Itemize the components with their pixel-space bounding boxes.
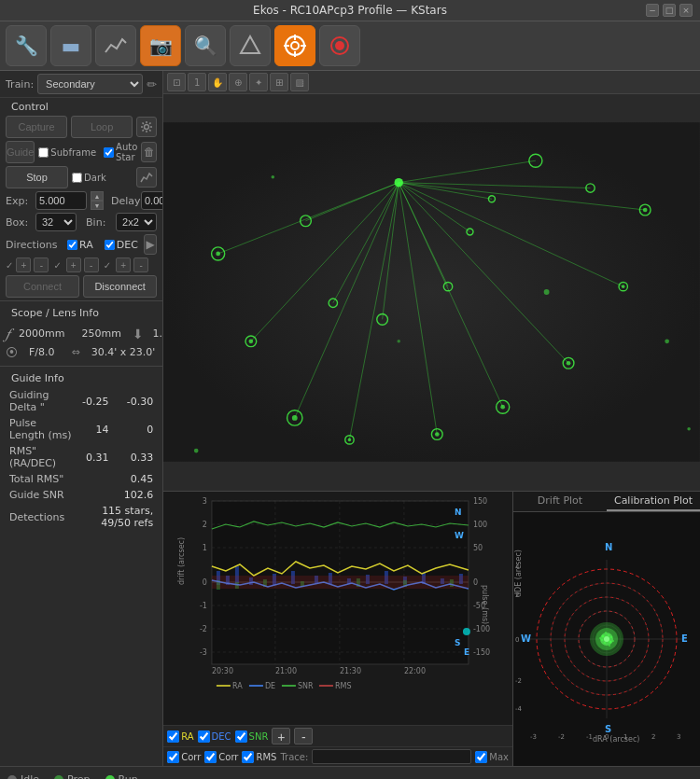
exp-spinner[interactable]: ▲ ▼ (91, 191, 104, 210)
svg-text:22:00: 22:00 (404, 667, 426, 675)
max-check[interactable]: Max (475, 751, 509, 763)
pan-btn[interactable]: ✋ (208, 73, 227, 91)
graph-icon[interactable] (136, 167, 157, 188)
exp-down[interactable]: ▼ (91, 201, 104, 210)
svg-rect-10 (163, 122, 700, 462)
fnumber-icon: ⦿ (6, 345, 18, 359)
guide-button[interactable]: Guide (6, 141, 35, 163)
plus-btn-1[interactable]: + (16, 257, 31, 272)
tool-focus[interactable]: 🔍 (185, 25, 226, 66)
zoom-fit-btn[interactable]: ⊡ (167, 73, 186, 91)
plus-btn-2[interactable]: + (66, 257, 81, 272)
ra-check[interactable]: RA (167, 730, 193, 743)
minus-btn-3[interactable]: - (133, 257, 148, 272)
svg-point-56 (194, 449, 199, 453)
graph-plus-btn[interactable]: + (272, 728, 290, 744)
svg-point-152 (599, 637, 601, 639)
train-label: Train: (6, 78, 34, 90)
zoom-1-btn[interactable]: 1 (188, 73, 206, 91)
box-label: Box: (6, 216, 32, 229)
subframe-checkbox[interactable]: Subframe (38, 147, 96, 158)
tool-camera[interactable]: 📷 (140, 25, 181, 66)
loop-button[interactable]: Loop (71, 116, 133, 138)
autostar-checkbox[interactable]: Auto Star (104, 142, 137, 162)
magnification-value: 1.00x (153, 327, 164, 340)
connect-button[interactable]: Connect (6, 275, 79, 298)
sep1: ✓ (53, 260, 61, 271)
ra-direction-check[interactable]: RA (67, 239, 93, 251)
tool-record[interactable] (319, 25, 360, 66)
bin-select[interactable]: 2x2 (116, 213, 157, 231)
svg-text:2: 2 (515, 591, 519, 599)
svg-text:S: S (455, 638, 460, 647)
tool-guide[interactable] (274, 25, 315, 66)
rms-check2[interactable]: RMS (242, 751, 276, 763)
snr-check[interactable]: SNR (235, 730, 269, 743)
scope-section: Scope / Lens Info 𝑓 2000mm 250mm ⬇ 1.00x… (0, 300, 162, 366)
close-btn[interactable]: × (679, 4, 693, 17)
rms-label: RMS" (RA/DEC) (7, 444, 75, 470)
svg-point-55 (665, 339, 669, 343)
capture-button[interactable]: Capture (6, 116, 67, 138)
control-label: Control (6, 99, 54, 115)
directions-label: Directions (6, 239, 62, 251)
stars-btn[interactable]: ✦ (249, 73, 268, 91)
dec-check[interactable]: DEC (198, 730, 231, 743)
titlebar: Ekos - RC10APcp3 Profile — KStars − □ × (0, 0, 700, 21)
plus-btn-3[interactable]: + (116, 257, 131, 272)
tool-setup[interactable]: 🔧 (6, 25, 47, 66)
tool-graph[interactable] (95, 25, 136, 66)
svg-point-8 (335, 41, 344, 50)
svg-text:4: 4 (515, 563, 520, 571)
minimize-btn[interactable]: − (646, 4, 659, 17)
maximize-btn[interactable]: □ (663, 4, 676, 17)
edit-icon[interactable]: ✏ (147, 77, 157, 91)
detections-label: Detections (7, 504, 75, 530)
minus-btn-2[interactable]: - (84, 257, 99, 272)
grid-btn[interactable]: ⊞ (270, 73, 288, 91)
arrows-label: ✓ (6, 260, 13, 271)
graph-minus-btn[interactable]: - (294, 728, 313, 744)
delete-icon[interactable]: 🗑 (141, 142, 157, 162)
trace-input[interactable] (312, 749, 471, 764)
window-controls[interactable]: − □ × (646, 4, 693, 17)
svg-point-146 (608, 634, 609, 636)
stop-button[interactable]: Stop (6, 166, 68, 188)
exp-up[interactable]: ▲ (91, 191, 104, 201)
tool-align[interactable] (230, 25, 271, 66)
exp-input[interactable] (35, 191, 87, 210)
dark-checkbox[interactable]: Dark (72, 173, 106, 183)
svg-text:3: 3 (203, 497, 207, 506)
svg-text:W: W (521, 633, 531, 644)
guiding-delta-row: Guiding Delta " -0.25 -0.30 (7, 388, 155, 414)
crosshair-btn[interactable]: ⊕ (229, 73, 247, 91)
svg-text:dRA (arcsec): dRA (arcsec) (593, 735, 639, 744)
svg-text:-2: -2 (515, 677, 522, 685)
dark-row: Dark (72, 173, 133, 183)
delay-input[interactable] (141, 191, 163, 210)
svg-text:-2: -2 (200, 625, 207, 633)
histogram-btn[interactable]: ▨ (290, 73, 309, 91)
plot-tabs: Drift Plot Calibration Plot (513, 492, 700, 512)
prep-status: Prep (54, 773, 90, 779)
svg-text:-150: -150 (473, 648, 490, 657)
fov-value: 30.4' x 23.0' (91, 346, 156, 358)
tab-drift[interactable]: Drift Plot (513, 492, 607, 511)
corr-dec-check[interactable]: Corr (204, 751, 238, 763)
tab-calibration[interactable]: Calibration Plot (607, 492, 700, 511)
detections-val: 115 stars, 49/50 refs (77, 504, 155, 530)
svg-text:21:30: 21:30 (340, 667, 361, 675)
arrow-right-icon[interactable]: ▶ (144, 234, 157, 255)
pulse-length-row: Pulse Length (ms) 14 0 (7, 416, 155, 442)
train-select[interactable]: Secondary (37, 74, 143, 94)
minus-btn-1[interactable]: - (34, 257, 49, 272)
disconnect-button[interactable]: Disconnect (83, 275, 157, 298)
graph-controls: RA DEC SNR + - (163, 725, 512, 746)
settings-icon[interactable] (136, 117, 157, 137)
tool-info[interactable]: ▬ (50, 25, 91, 66)
box-select[interactable]: 32 (35, 213, 77, 231)
corr-ra-check[interactable]: Corr (167, 751, 201, 763)
dec-direction-check[interactable]: DEC (105, 239, 138, 251)
svg-text:0: 0 (605, 733, 609, 741)
svg-text:dDE (arcsec): dDE (arcsec) (514, 549, 523, 597)
